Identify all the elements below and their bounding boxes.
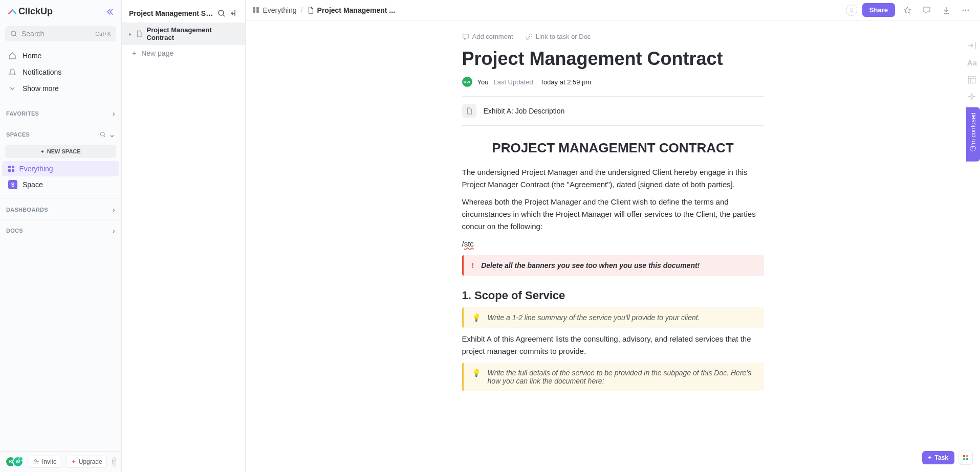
doc-meta: KW You Last Updated: Today at 2:59 pm [462,77,764,97]
doc-paragraph[interactable]: The undersigned Project Manager and the … [462,166,764,191]
svg-point-4 [851,8,853,10]
ellipsis-icon [962,6,970,14]
doc-heading[interactable]: PROJECT MANAGEMENT CONTRACT [462,140,764,156]
typography-icon[interactable]: Aa [967,58,977,67]
search-shortcut: Ctrl+K [95,31,111,37]
space-everything[interactable]: Everything [2,161,119,176]
nav-show-more-label: Show more [23,84,59,93]
doc-panel-title[interactable]: Project Management Services Co... [129,9,213,17]
caret-right-icon: ▸ [129,31,132,37]
document-icon [136,30,143,37]
sparkle-icon[interactable] [967,93,976,102]
collapse-sidebar-button[interactable] [106,8,114,16]
tip-banner-text: Write a 1-2 line summary of the service … [488,313,700,322]
section-favorites[interactable]: FAVORITES › [0,104,121,121]
new-space-button[interactable]: + NEW SPACE [5,145,116,158]
svg-point-7 [968,9,969,11]
breadcrumb-doc[interactable]: Project Management ... [307,6,395,14]
logo-text: ClickUp [18,6,53,17]
add-comment-button[interactable]: Add comment [462,33,513,40]
add-comment-label: Add comment [472,33,513,40]
favorite-button[interactable] [900,3,914,17]
link-task-button[interactable]: Link to task or Doc [526,33,591,40]
tip-banner[interactable]: 💡 Write a 1-2 line summary of the servic… [462,307,764,328]
subpage-link[interactable]: Exhibit A: Job Description [462,97,764,126]
warning-banner[interactable]: ! Delete all the banners you see too whe… [462,255,764,276]
search-icon[interactable] [100,131,106,138]
section-favorites-label: FAVORITES [6,110,39,117]
new-task-button[interactable]: + Task [922,451,954,464]
star-icon [903,6,911,14]
feedback-tab[interactable]: ⓘ I'm confused [966,107,980,162]
nav-home-label: Home [23,52,41,60]
doc-subheading[interactable]: 1. Scope of Service [462,289,764,302]
plus-icon: + [132,49,136,57]
slash-command-text[interactable]: /stc [462,238,764,250]
chevron-double-left-icon [106,8,114,16]
download-icon [942,6,950,14]
doc-paragraph[interactable]: Exhibit A of this Agreement lists the co… [462,333,764,357]
info-icon: ⓘ [969,150,977,156]
upgrade-button[interactable]: ✦ Upgrade [67,456,107,468]
search-input[interactable]: Search Ctrl+K [5,26,116,41]
download-button[interactable] [939,3,953,17]
section-docs[interactable]: DOCS › [0,221,121,238]
help-button[interactable]: ? [112,457,116,466]
chevron-down-icon [8,84,16,93]
doc-outline-panel: Project Management Services Co... ▸ Proj… [122,0,246,472]
search-icon [10,30,17,37]
invite-button[interactable]: Invite [29,456,61,468]
user-avatars[interactable]: K W [5,456,24,467]
tip-banner-text: Write the full details of the service to… [488,369,756,385]
grid-icon [8,166,14,172]
doc-tree-label: Project Management Contract [147,26,238,41]
updated-label: Last Updated: [493,78,535,86]
share-button[interactable]: Share [862,3,895,17]
expand-icon[interactable] [967,41,976,50]
apps-button[interactable] [959,451,973,465]
document-body: Add comment Link to task or Doc Project … [462,20,764,437]
new-page-button[interactable]: + New page [122,45,245,61]
main-area: Everything / Project Management ... Shar… [246,0,980,472]
logo[interactable]: ClickUp [7,6,53,17]
svg-point-5 [963,9,964,11]
comment-icon [923,6,931,14]
assignee-placeholder-button[interactable] [846,5,857,16]
section-docs-label: DOCS [6,228,23,234]
plus-icon: + [928,454,932,461]
upgrade-label: Upgrade [79,458,102,465]
svg-point-6 [965,9,967,11]
svg-point-2 [34,460,37,462]
updated-value: Today at 2:59 pm [540,78,591,86]
nav-home[interactable]: Home [0,48,121,64]
svg-point-1 [100,132,104,137]
nav-notifications[interactable]: Notifications [0,64,121,80]
chevron-right-icon: › [113,109,115,118]
template-icon[interactable] [967,75,976,84]
space-badge: S [8,180,17,189]
chevron-down-icon[interactable]: ⌄ [109,130,115,139]
comments-button[interactable] [920,3,934,17]
nav-show-more[interactable]: Show more [0,80,121,97]
chevron-right-icon: › [113,227,115,235]
plus-icon: + [40,148,43,154]
space-everything-label: Everything [19,165,53,173]
section-spaces[interactable]: SPACES ⌄ [0,125,121,142]
breadcrumb-separator: / [301,6,303,14]
space-item-label: Space [23,181,43,189]
bell-icon [8,68,16,76]
doc-tree-item[interactable]: ▸ Project Management Contract [122,23,245,45]
search-icon[interactable] [217,9,226,17]
tip-banner[interactable]: 💡 Write the full details of the service … [462,363,764,391]
more-button[interactable] [959,3,973,17]
apps-icon [963,455,968,460]
section-dashboards[interactable]: DASHBOARDS › [0,200,121,217]
breadcrumb-root[interactable]: Everything [263,6,297,14]
new-space-label: NEW SPACE [47,148,81,154]
doc-title[interactable]: Project Management Contract [462,48,764,70]
author-avatar[interactable]: KW [462,77,472,87]
collapse-panel-icon[interactable] [230,9,238,17]
space-item[interactable]: S Space [2,176,119,193]
feedback-label: I'm confused [970,113,977,147]
doc-paragraph[interactable]: Whereas both the Project Manager and the… [462,196,764,233]
